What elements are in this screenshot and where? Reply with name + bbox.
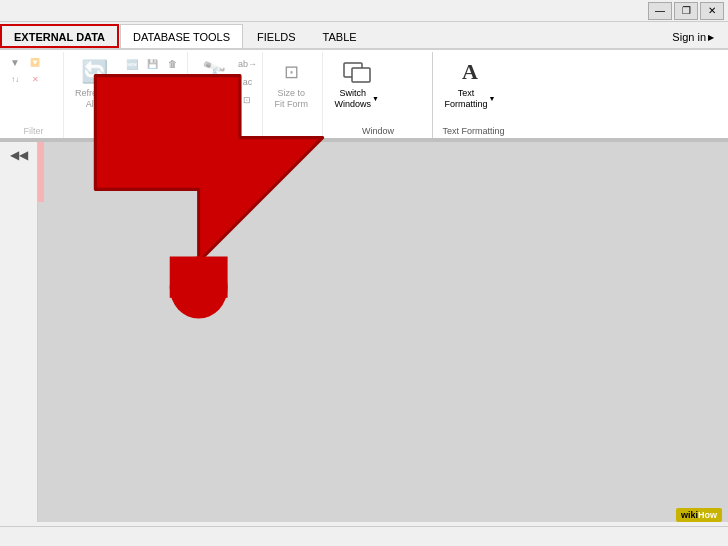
refresh-all-label: Refresh All ▼ (75, 88, 114, 110)
ribbon-content: ▼ 🔽 ↑↓ ✕ Filter 🔄 Refresh All ▼ (0, 50, 728, 140)
more-button[interactable]: ▼ (163, 74, 181, 90)
content-panel (38, 142, 728, 522)
spelling-button[interactable]: abc (143, 74, 161, 90)
minimize-button[interactable]: — (648, 2, 672, 20)
goto-button[interactable]: ab→ (238, 56, 256, 72)
new-record-button[interactable]: 🆕 (123, 56, 141, 72)
records-small-buttons: 🆕 💾 🗑 Σ abc ▼ (123, 56, 181, 90)
wiki-text: wiki (681, 510, 698, 520)
find-group: 🔭 Find ab→ ac ⊡ Find (188, 52, 263, 138)
refresh-icon: 🔄 (80, 57, 110, 87)
nav-panel: ◀◀ (0, 142, 38, 522)
binoculars-icon: 🔭 (199, 57, 229, 87)
text-formatting-label: Text Formatting ▼ (444, 88, 495, 110)
switch-windows-button[interactable]: Switch Windows ▼ (329, 54, 383, 113)
switch-windows-label: Switch Windows ▼ (334, 88, 378, 110)
window-group-items: Switch Windows ▼ (329, 54, 426, 124)
refresh-dropdown-arrow-icon: ▼ (108, 95, 115, 103)
restore-button[interactable]: ❐ (674, 2, 698, 20)
window-group-label: Window (329, 124, 426, 138)
text-fmt-dropdown-arrow-icon: ▼ (488, 95, 495, 103)
find-group-items: 🔭 Find ab→ ac ⊡ (194, 54, 256, 124)
ribbon-tabs: EXTERNAL DATA DATABASE TOOLS FIELDS TABL… (0, 22, 728, 50)
totals-button[interactable]: Σ (123, 74, 141, 90)
tab-external-data[interactable]: EXTERNAL DATA (0, 24, 119, 48)
filter-group: ▼ 🔽 ↑↓ ✕ Filter (4, 52, 64, 138)
text-formatting-button[interactable]: A Text Formatting ▼ (439, 54, 500, 113)
status-bar (0, 526, 728, 546)
wikihow-watermark: wikiHow (676, 508, 722, 522)
filter-icon-3[interactable]: ↑↓ (6, 71, 24, 87)
size-to-fit-form-label: Size toFit Form (274, 88, 308, 110)
how-text: How (698, 510, 717, 520)
text-formatting-group-items: A Text Formatting ▼ (439, 54, 507, 124)
tab-table[interactable]: TABLE (310, 24, 370, 48)
save-record-button[interactable]: 💾 (143, 56, 161, 72)
replace-button[interactable]: ac (238, 74, 256, 90)
close-button[interactable]: ✕ (700, 2, 724, 20)
filter-icon-1[interactable]: ▼ (6, 54, 24, 70)
text-formatting-icon: A (455, 57, 485, 87)
filter-group-label: Filter (6, 124, 61, 138)
refresh-all-button[interactable]: 🔄 Refresh All ▼ (70, 54, 119, 113)
filter-icon-4[interactable]: ✕ (26, 71, 44, 87)
filter-icon-2[interactable]: 🔽 (26, 54, 44, 70)
svg-rect-1 (352, 68, 370, 82)
tab-database-tools[interactable]: DATABASE TOOLS (120, 24, 243, 48)
filter-group-items: ▼ 🔽 ↑↓ ✕ (6, 54, 61, 124)
window-group: Switch Windows ▼ Window (323, 52, 433, 138)
switch-windows-icon (342, 57, 372, 87)
records-group-label: Records (70, 124, 181, 138)
find-group-label: Find (194, 124, 256, 138)
tab-fields[interactable]: FIELDS (244, 24, 309, 48)
size-to-fit-form-button[interactable]: ⊡ Size toFit Form (269, 54, 313, 113)
sizetofit-group-label (269, 134, 316, 138)
tab-signin[interactable]: Sign in ▶ (659, 24, 727, 48)
records-group: 🔄 Refresh All ▼ 🆕 💾 🗑 Σ abc ▼ (64, 52, 188, 138)
title-bar: — ❐ ✕ (0, 0, 728, 22)
sizetofit-group-items: ⊡ Size toFit Form (269, 54, 316, 134)
switch-dropdown-arrow-icon: ▼ (372, 95, 379, 103)
find-label: Find (206, 88, 224, 99)
sizetofit-group: ⊡ Size toFit Form (263, 52, 323, 138)
delete-record-button[interactable]: 🗑 (163, 56, 181, 72)
text-formatting-group: A Text Formatting ▼ Text Formatting (433, 52, 513, 138)
select-button[interactable]: ⊡ (238, 92, 256, 108)
signin-label: Sign in (672, 31, 706, 43)
nav-collapse-button[interactable]: ◀◀ (8, 146, 30, 164)
left-accent (38, 142, 44, 202)
signin-arrow-icon: ▶ (708, 33, 714, 42)
records-group-items: 🔄 Refresh All ▼ 🆕 💾 🗑 Σ abc ▼ (70, 54, 181, 124)
resize-icon: ⊡ (276, 57, 306, 87)
main-area: ◀◀ (0, 142, 728, 522)
text-formatting-group-label: Text Formatting (439, 124, 507, 138)
title-bar-controls: — ❐ ✕ (648, 2, 724, 20)
find-button[interactable]: 🔭 Find (194, 54, 234, 102)
